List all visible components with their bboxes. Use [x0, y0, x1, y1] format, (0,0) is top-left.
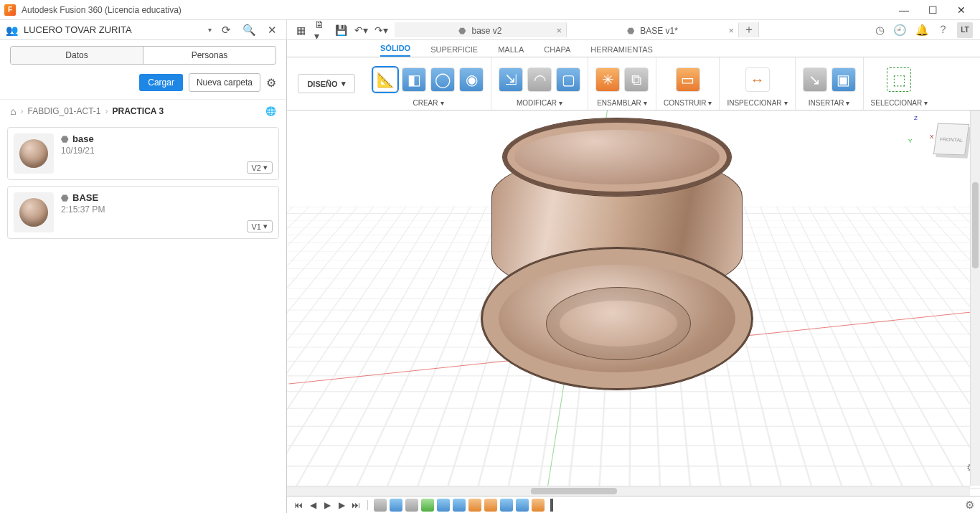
job-status-icon[interactable]: 🕘 [893, 24, 907, 37]
file-menu-icon[interactable]: 🗎▾ [314, 24, 327, 37]
file-list: ⬣base 10/19/21 V2▾ ⬣BASE 2:15:37 PM V1▾ [0, 123, 286, 243]
file-card[interactable]: ⬣BASE 2:15:37 PM V1▾ [7, 186, 279, 239]
data-panel-header: 👥 LUCERO TOVAR ZURITA ▾ ⟳ 🔍 ✕ [0, 20, 287, 39]
chevron-down-icon[interactable]: ▾ [846, 99, 849, 107]
press-pull-icon[interactable]: ⇲ [499, 67, 523, 92]
feature-extrude[interactable] [437, 499, 450, 512]
grid-apps-icon[interactable]: ▦ [294, 24, 307, 37]
new-folder-button[interactable]: Nueva carpeta [189, 73, 260, 92]
home-icon[interactable]: ⌂ [10, 105, 16, 117]
feature-fillet[interactable] [484, 499, 497, 512]
insert-decal-icon[interactable]: ▣ [831, 67, 856, 92]
as-built-joint-icon[interactable]: ⧉ [624, 67, 649, 92]
timeline-stepfwd-icon[interactable]: ▶ [336, 499, 347, 511]
save-icon[interactable]: 💾 [334, 24, 347, 37]
seg-datos[interactable]: Datos [11, 47, 143, 64]
refresh-button[interactable]: ⟳ [217, 24, 235, 37]
cylinder-tool-icon[interactable]: ◯ [430, 67, 455, 92]
timeline-rewind-icon[interactable]: ⏮ [293, 499, 304, 511]
file-name: ⬣base [61, 133, 95, 144]
chevron-down-icon[interactable]: ▾ [440, 99, 444, 107]
sketch-tool-icon[interactable]: 📐 [373, 67, 397, 92]
tab-label: BASE v1* [640, 26, 678, 36]
feature-revolve[interactable] [421, 499, 434, 512]
window-maximize-button[interactable]: ☐ [918, 0, 947, 20]
help-icon[interactable]: ？ [938, 23, 948, 37]
breadcrumb-current[interactable]: PRACTICA 3 [113, 106, 164, 116]
feature-extrude[interactable] [390, 499, 402, 512]
window-title: Autodesk Fusion 360 (Licencia educativa) [22, 5, 890, 15]
plane-icon[interactable]: ▭ [676, 67, 700, 92]
version-badge[interactable]: V2▾ [247, 161, 273, 174]
view-cube[interactable]: Z X Y FRONTAL [927, 118, 970, 161]
measure-icon[interactable]: ↔ [745, 67, 770, 92]
seg-personas[interactable]: Personas [143, 47, 275, 64]
version-badge[interactable]: V1▾ [247, 220, 273, 232]
env-tab-chapa[interactable]: CHAPA [544, 45, 570, 57]
model-canvas[interactable]: Z X Y FRONTAL ⚙ [287, 110, 980, 496]
box-tool-icon[interactable]: ◧ [402, 67, 426, 92]
tab-close-icon[interactable]: × [556, 25, 562, 36]
user-avatar[interactable]: LT [957, 22, 973, 38]
app-header: 👥 LUCERO TOVAR ZURITA ▾ ⟳ 🔍 ✕ ▦ 🗎▾ 💾 ↶▾ … [0, 20, 980, 40]
env-tab-herramientas[interactable]: HERRAMIENTAS [590, 45, 653, 57]
env-tab-superficie[interactable]: SUPERFICIE [430, 45, 478, 57]
file-card[interactable]: ⬣base 10/19/21 V2▾ [7, 127, 279, 180]
search-button[interactable]: 🔍 [240, 24, 258, 37]
file-date: 10/19/21 [61, 146, 95, 156]
window-minimize-button[interactable]: — [890, 0, 918, 20]
timeline-playhead[interactable] [550, 499, 553, 512]
header-center: ▦ 🗎▾ 💾 ↶▾ ↷▾ ⬣ base v2 × ⬣ BASE v1* × ＋ [287, 20, 868, 39]
chevron-down-icon[interactable]: ▾ [708, 99, 712, 107]
joint-icon[interactable]: ✳ [595, 67, 620, 92]
sphere-tool-icon[interactable]: ◉ [459, 67, 484, 92]
document-tab-base-v2[interactable]: ⬣ base v2 × [395, 22, 567, 37]
insert-derive-icon[interactable]: ↘ [803, 67, 827, 92]
chevron-down-icon[interactable]: ▾ [924, 99, 928, 107]
undo-icon[interactable]: ↶▾ [354, 24, 367, 37]
feature-extrude[interactable] [453, 499, 466, 512]
env-tab-solido[interactable]: SÓLIDO [380, 44, 410, 57]
timeline-end-icon[interactable]: ⏭ [350, 499, 362, 511]
quick-access-toolbar: ▦ 🗎▾ 💾 ↶▾ ↷▾ [287, 24, 395, 37]
feature-extrude[interactable] [516, 499, 529, 512]
horizontal-scrollbar[interactable] [287, 486, 970, 496]
panel-close-button[interactable]: ✕ [263, 24, 281, 37]
feature-sketch[interactable] [405, 499, 418, 512]
timeline-stepback-icon[interactable]: ◀ [307, 499, 319, 511]
chevron-down-icon[interactable]: ▾ [644, 99, 647, 107]
redo-icon[interactable]: ↷▾ [374, 24, 387, 37]
feature-fillet[interactable] [468, 499, 481, 512]
vertical-scrollbar[interactable] [970, 110, 980, 486]
feature-extrude[interactable] [500, 499, 513, 512]
timeline-play-icon[interactable]: ▶ [321, 499, 333, 511]
chevron-down-icon[interactable]: ▾ [784, 99, 788, 107]
open-web-icon[interactable]: 🌐 [265, 106, 276, 116]
team-dropdown-icon[interactable]: ▾ [208, 26, 212, 34]
notifications-icon[interactable]: 🔔 [915, 24, 929, 37]
chevron-down-icon[interactable]: ▾ [559, 99, 562, 107]
scrollbar-thumb[interactable] [531, 488, 617, 494]
viewcube-face[interactable]: FRONTAL [933, 123, 969, 155]
upload-button[interactable]: Cargar [139, 74, 183, 91]
env-tab-malla[interactable]: MALLA [498, 45, 524, 57]
shell-icon[interactable]: ▢ [556, 67, 580, 92]
chevron-down-icon: ▾ [263, 163, 268, 172]
team-icon[interactable]: 👥 [6, 24, 18, 36]
new-tab-button[interactable]: ＋ [739, 22, 759, 37]
scrollbar-thumb[interactable] [972, 182, 979, 268]
breadcrumb-project[interactable]: FABDIG_01-ACT-1 [27, 106, 100, 116]
feature-sketch[interactable] [374, 499, 387, 512]
timeline-settings-icon[interactable]: ⚙ [965, 499, 974, 512]
model-body[interactable] [481, 118, 753, 390]
feature-appearance[interactable] [532, 499, 545, 512]
tab-close-icon[interactable]: × [728, 25, 734, 36]
extensions-icon[interactable]: ◷ [875, 24, 885, 37]
workspace-button[interactable]: DISEÑO▾ [298, 74, 354, 93]
fillet-icon[interactable]: ◠ [527, 67, 552, 92]
team-name[interactable]: LUCERO TOVAR ZURITA [24, 24, 202, 35]
panel-settings-icon[interactable]: ⚙ [266, 76, 276, 90]
document-tab-base-v1[interactable]: ⬣ BASE v1* × [567, 22, 739, 37]
window-close-button[interactable]: ✕ [947, 0, 976, 20]
select-tool-icon[interactable]: ⬚ [887, 67, 911, 92]
